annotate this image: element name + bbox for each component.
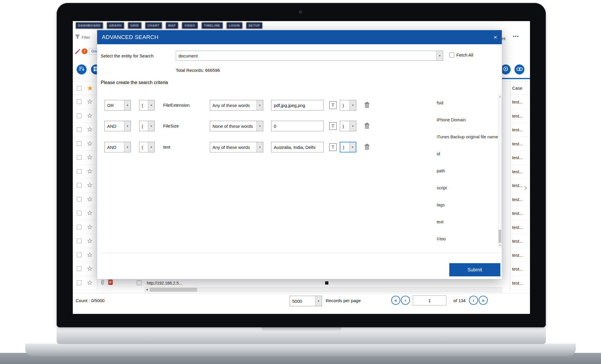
page-number-input[interactable]: [413, 295, 446, 305]
open-paren-select[interactable]: (▼: [139, 142, 155, 152]
close-paren-select[interactable]: )▼: [340, 100, 356, 110]
delete-criteria-button[interactable]: [363, 101, 371, 109]
case-cell[interactable]: test...: [510, 220, 530, 234]
field-option[interactable]: iPhone Domain: [437, 111, 498, 128]
select-all-checkbox[interactable]: [77, 86, 82, 91]
case-cell[interactable]: test...: [510, 262, 530, 276]
star-empty-icon[interactable]: ☆: [87, 98, 93, 105]
close-paren-select[interactable]: )▼: [340, 121, 356, 131]
horizontal-scrollbar[interactable]: ◀: [145, 287, 502, 292]
row-checkbox[interactable]: [77, 280, 82, 285]
case-cell[interactable]: test...: [510, 234, 530, 248]
condition-select[interactable]: Any of these words▼: [210, 100, 263, 110]
filter-control[interactable]: Filter: [75, 35, 90, 40]
delete-criteria-button[interactable]: [363, 143, 371, 151]
case-cell[interactable]: test...: [510, 109, 530, 123]
condition-select[interactable]: Any of these words▼: [210, 142, 263, 152]
row-checkbox[interactable]: [77, 253, 82, 257]
condition-select[interactable]: None of these words▼: [210, 121, 263, 131]
row-checkbox[interactable]: [77, 141, 82, 146]
panel-chevron-icon[interactable]: ›: [524, 182, 527, 192]
star-empty-icon[interactable]: ☆: [87, 126, 93, 133]
link-button[interactable]: [514, 64, 524, 74]
more-options-button[interactable]: •••: [513, 34, 519, 39]
field-option[interactable]: path: [437, 162, 498, 179]
close-paren-select[interactable]: )▼: [340, 142, 356, 152]
row-checkbox[interactable]: [77, 266, 82, 271]
row-checkbox[interactable]: [137, 280, 141, 285]
field-option[interactable]: id: [437, 145, 498, 162]
star-empty-icon[interactable]: ☆: [87, 252, 93, 258]
field-option[interactable]: iTunes Backup original file name: [437, 128, 498, 145]
scroll-left-icon[interactable]: ◀: [146, 288, 148, 291]
fetch-all-control[interactable]: Fetch All: [449, 52, 473, 57]
nav-tab[interactable]: TIMELINE: [202, 22, 223, 29]
row-checkbox[interactable]: [77, 183, 82, 188]
open-paren-select[interactable]: (▼: [139, 121, 155, 131]
text-format-button[interactable]: T: [329, 122, 337, 130]
field-option[interactable]: text: [437, 213, 498, 230]
nav-tab[interactable]: SETUP: [246, 22, 263, 29]
star-empty-icon[interactable]: ☆: [87, 154, 93, 161]
last-page-button[interactable]: »: [479, 296, 488, 305]
row-checkbox[interactable]: [77, 127, 82, 132]
row-checkbox[interactable]: [77, 211, 82, 215]
case-cell[interactable]: test...: [510, 248, 530, 262]
page-size-select[interactable]: 5000 ▼: [290, 296, 322, 306]
case-cell[interactable]: test...: [510, 123, 530, 137]
value-input[interactable]: [271, 100, 324, 110]
row-checkbox[interactable]: [77, 225, 82, 229]
case-cell[interactable]: test...: [510, 193, 530, 207]
field-option[interactable]: tags: [437, 196, 498, 213]
field-option[interactable]: script: [437, 179, 498, 196]
star-empty-icon[interactable]: ☆: [87, 196, 93, 203]
nav-tab[interactable]: LOGIN: [227, 22, 242, 29]
field-option[interactable]: ©too: [437, 230, 498, 247]
star-empty-icon[interactable]: ☆: [87, 210, 93, 216]
star-empty-icon[interactable]: ☆: [87, 182, 93, 188]
logic-operator-select[interactable]: AND▼: [104, 142, 131, 152]
star-empty-icon[interactable]: ☆: [87, 238, 93, 244]
scroll-up-icon[interactable]: ▲: [498, 96, 502, 98]
field-option[interactable]: fsid: [437, 94, 498, 111]
fetch-all-checkbox[interactable]: [449, 52, 454, 57]
row-checkbox[interactable]: [77, 197, 82, 202]
star-empty-icon[interactable]: ☆: [87, 140, 93, 147]
submit-button[interactable]: Submit: [449, 263, 500, 276]
row-checkbox[interactable]: [77, 239, 82, 243]
next-page-button[interactable]: ›: [469, 296, 478, 305]
case-cell[interactable]: test...: [510, 276, 530, 290]
nav-tab[interactable]: MAP: [166, 22, 178, 29]
prev-page-button[interactable]: ‹: [401, 296, 410, 305]
star-empty-icon[interactable]: ☆: [87, 266, 93, 272]
nav-tab[interactable]: GRAPH: [107, 22, 124, 29]
case-cell[interactable]: test...: [510, 206, 530, 220]
first-page-button[interactable]: «: [391, 296, 400, 305]
scroll-down-icon[interactable]: ▼: [498, 244, 502, 246]
entity-select[interactable]: document ▼: [176, 51, 443, 61]
nav-tab[interactable]: DASHBOARD: [76, 22, 103, 29]
star-filled-icon[interactable]: ★: [87, 85, 93, 92]
value-input[interactable]: [271, 121, 324, 131]
star-empty-icon[interactable]: ☆: [87, 168, 93, 175]
text-format-button[interactable]: T: [329, 143, 337, 151]
nav-tab[interactable]: VIDEO: [182, 22, 197, 29]
case-cell[interactable]: test...: [510, 151, 530, 165]
scrollbar-thumb[interactable]: [150, 288, 197, 292]
open-paren-select[interactable]: (▼: [139, 100, 155, 110]
logic-operator-select[interactable]: OR▼: [104, 100, 131, 110]
scrollbar-thumb[interactable]: [499, 230, 501, 243]
row-checkbox[interactable]: [77, 169, 82, 174]
text-format-button[interactable]: T: [329, 101, 337, 109]
case-cell[interactable]: test...: [510, 95, 530, 109]
annotate-icon[interactable]: [75, 49, 80, 56]
delete-criteria-button[interactable]: [363, 122, 371, 130]
logic-operator-select[interactable]: AND▼: [104, 121, 131, 131]
value-input[interactable]: [271, 142, 324, 152]
url-cell[interactable]: http://192.168.2.5...: [147, 281, 182, 285]
nav-tab[interactable]: CHART: [145, 22, 162, 29]
star-empty-icon[interactable]: ☆: [87, 224, 93, 230]
case-cell[interactable]: test...: [510, 165, 530, 179]
field-list-scrollbar[interactable]: ▲ ▼: [498, 94, 502, 247]
row-checkbox[interactable]: [77, 99, 82, 104]
